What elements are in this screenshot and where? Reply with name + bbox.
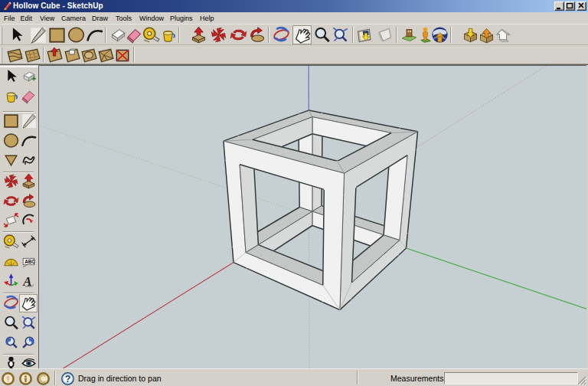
svg-text:?: ? (64, 374, 70, 384)
svg-text:ABC: ABC (24, 259, 35, 264)
